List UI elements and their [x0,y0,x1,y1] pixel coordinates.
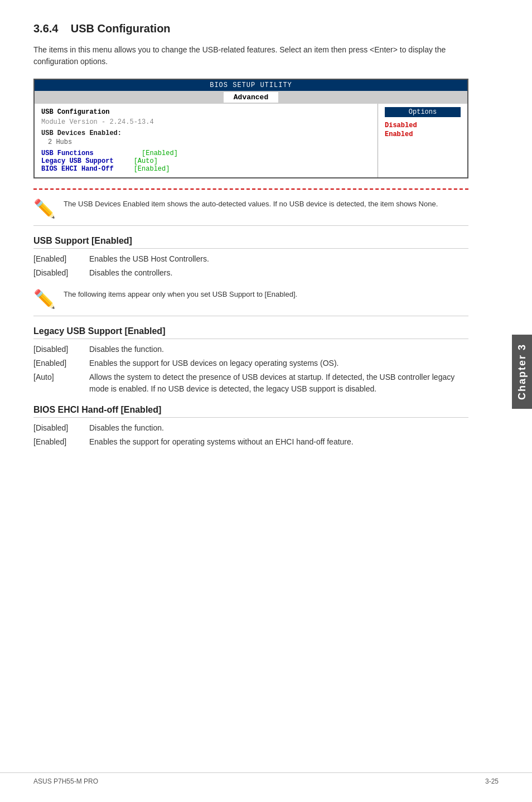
pencil-icon-2: ✏️ [33,290,56,308]
bios-setting-val-ehci: [Enabled] [134,165,170,173]
bios-tab-advanced: Advanced [224,92,278,103]
chapter-tab: Chapter 3 [512,335,532,409]
note-text-2: The following items appear only when you… [64,289,297,300]
bios-devices-label: USB Devices Enabled: [41,129,371,137]
bios-devices-value: 2 Hubs [41,138,371,146]
legacy-usb-option-disabled: [Disabled] Disables the function. [33,344,468,355]
usb-support-title: USB Support [Enabled] [33,236,468,249]
usb-support-option-enabled: [Enabled] Enables the USB Host Controlle… [33,253,468,265]
bios-tab-row: Advanced [35,91,467,104]
bios-header: BIOS SETUP UTILITY [35,80,467,91]
bios-box: BIOS SETUP UTILITY Advanced USB Configur… [33,79,468,178]
bios-ehci-title: BIOS EHCI Hand-off [Enabled] [33,405,468,418]
legacy-usb-option-auto: [Auto] Allows the system to detect the p… [33,371,468,395]
bios-main-panel: USB Configuration Module Version - 2.24.… [35,104,378,177]
note-text-1: The USB Devices Enabled item shows the a… [64,199,438,210]
intro-text: The items in this menu allows you to cha… [33,44,468,67]
bios-ehci-option-enabled: [Enabled] Enables the support for operat… [33,436,468,448]
footer-left: ASUS P7H55-M PRO [33,777,98,785]
legacy-usb-key-disabled: [Disabled] [33,344,89,355]
page-content: 3.6.4 USB Configuration The items in thi… [0,0,502,491]
legacy-usb-title: Legacy USB Support [Enabled] [33,326,468,339]
bios-settings-list: USB Functions [Enabled] Legacy USB Suppo… [41,149,178,173]
bios-setting-usb-functions: USB Functions [Enabled] [41,149,178,157]
note-box-1: ✏️ The USB Devices Enabled item shows th… [33,199,468,226]
bios-ehci-option-disabled: [Disabled] Disables the function. [33,422,468,434]
usb-support-key-enabled: [Enabled] [33,253,89,265]
bios-setting-legacy-usb: Legacy USB Support [Auto] [41,157,178,165]
bios-ehci-key-disabled: [Disabled] [33,422,89,434]
legacy-usb-key-auto: [Auto] [33,371,89,395]
bios-settings-row: USB Functions [Enabled] Legacy USB Suppo… [41,149,371,173]
bios-setting-ehci: BIOS EHCI Hand-Off [Enabled] [41,165,178,173]
chapter-label: Chapter 3 [516,344,528,400]
bios-body: USB Configuration Module Version - 2.24.… [35,104,467,177]
subsection-bios-ehci: BIOS EHCI Hand-off [Enabled] [Disabled] … [33,405,468,448]
bios-setting-name-legacy-usb: Legacy USB Support [41,157,114,165]
bios-sidebar: Options Disabled Enabled [378,104,467,177]
note-box-2: ✏️ The following items appear only when … [33,289,468,316]
subsection-legacy-usb: Legacy USB Support [Enabled] [Disabled] … [33,326,468,395]
bios-sidebar-title: Options [385,107,461,117]
bios-setting-val-usb-functions: [Enabled] [142,149,178,157]
legacy-usb-option-enabled: [Enabled] Enables the support for USB de… [33,357,468,369]
bios-main-title: USB Configuration [41,108,371,116]
bios-option-enabled: Enabled [385,131,461,138]
bios-ehci-key-enabled: [Enabled] [33,436,89,448]
bios-ehci-desc-enabled: Enables the support for operating system… [89,436,468,448]
legacy-usb-desc-enabled: Enables the support for USB devices on l… [89,357,468,369]
dashed-separator [33,189,468,190]
usb-support-key-disabled: [Disabled] [33,267,89,279]
bios-option-disabled: Disabled [385,122,461,129]
legacy-usb-desc-disabled: Disables the function. [89,344,468,355]
footer-right: 3-25 [485,777,499,785]
subsection-usb-support: USB Support [Enabled] [Enabled] Enables … [33,236,468,279]
usb-support-desc-enabled: Enables the USB Host Controllers. [89,253,468,265]
section-number: 3.6.4 [33,22,58,35]
bios-setting-name-usb-functions: USB Functions [41,149,94,157]
usb-support-desc-disabled: Disables the controllers. [89,267,468,279]
pencil-icon-1: ✏️ [33,200,56,218]
bios-ehci-desc-disabled: Disables the function. [89,422,468,434]
section-title: 3.6.4 USB Configuration [33,22,468,35]
page-footer: ASUS P7H55-M PRO 3-25 [0,772,532,785]
legacy-usb-desc-auto: Allows the system to detect the presence… [89,371,468,395]
section-heading: USB Configuration [71,22,171,35]
bios-setting-val-legacy-usb: [Auto] [134,157,158,165]
usb-support-option-disabled: [Disabled] Disables the controllers. [33,267,468,279]
bios-setting-name-ehci: BIOS EHCI Hand-Off [41,165,114,173]
legacy-usb-key-enabled: [Enabled] [33,357,89,369]
bios-module-ver: Module Version - 2.24.5-13.4 [41,118,371,126]
